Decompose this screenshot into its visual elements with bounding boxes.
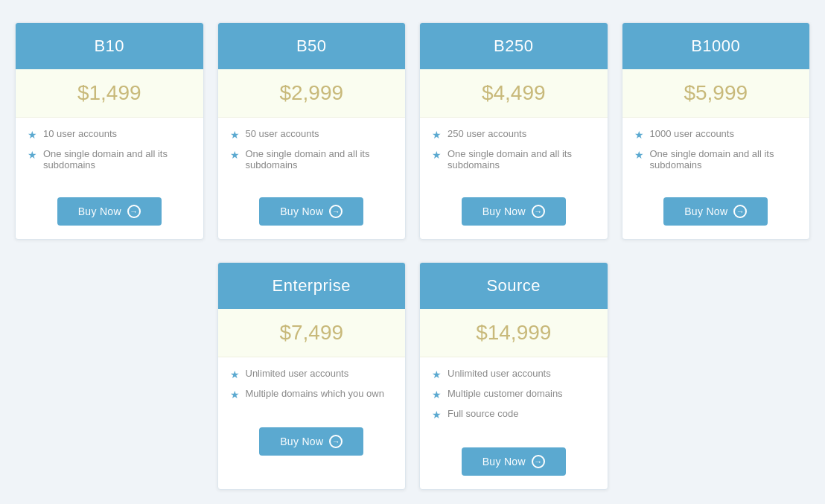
plan-features-b250: ★250 user accounts★One single domain and… xyxy=(420,118,608,188)
buy-now-button-b10[interactable]: Buy Now→ xyxy=(57,197,162,226)
top-pricing-grid: B10$1,499★10 user accounts★One single do… xyxy=(15,22,810,240)
feature-text-b1000-1: One single domain and all its subdomains xyxy=(650,148,798,170)
plan-features-source: ★Unlimited user accounts★Multiple custom… xyxy=(420,357,608,438)
feature-text-b1000-0: 1000 user accounts xyxy=(650,128,734,139)
buy-button-label: Buy Now xyxy=(280,205,323,217)
plan-price-source: $14,999 xyxy=(420,309,608,357)
list-item: ★One single domain and all its subdomain… xyxy=(230,148,394,170)
star-icon: ★ xyxy=(28,149,37,161)
plan-card-source: Source$14,999★Unlimited user accounts★Mu… xyxy=(419,262,608,490)
arrow-circle-icon: → xyxy=(329,435,343,448)
list-item: ★1000 user accounts xyxy=(634,128,798,141)
buy-button-label: Buy Now xyxy=(78,205,121,217)
star-icon: ★ xyxy=(28,129,37,141)
feature-text-b10-0: 10 user accounts xyxy=(43,128,117,139)
plan-price-b50: $2,999 xyxy=(218,69,406,118)
buy-now-button-b250[interactable]: Buy Now→ xyxy=(462,197,566,226)
bottom-pricing-grid: Enterprise$7,499★Unlimited user accounts… xyxy=(15,262,810,490)
plan-name-b250: B250 xyxy=(420,23,608,69)
feature-text-b50-0: 50 user accounts xyxy=(246,128,319,139)
buy-now-button-b1000[interactable]: Buy Now→ xyxy=(663,197,768,226)
list-item: ★10 user accounts xyxy=(28,128,191,141)
plan-footer-source: Buy Now→ xyxy=(420,438,608,489)
feature-text-b10-1: One single domain and all its subdomains xyxy=(43,148,191,170)
plan-card-b10: B10$1,499★10 user accounts★One single do… xyxy=(15,22,204,240)
buy-now-button-enterprise[interactable]: Buy Now→ xyxy=(259,427,363,456)
plan-footer-b1000: Buy Now→ xyxy=(622,188,810,239)
arrow-circle-icon: → xyxy=(127,205,141,218)
list-item: ★Full source code xyxy=(432,408,596,421)
plan-footer-b250: Buy Now→ xyxy=(420,188,608,239)
list-item: ★250 user accounts xyxy=(432,128,596,141)
plan-footer-b10: Buy Now→ xyxy=(16,188,203,239)
arrow-circle-icon: → xyxy=(532,205,545,218)
plan-name-b50: B50 xyxy=(218,23,406,69)
list-item: ★50 user accounts xyxy=(230,128,394,141)
plan-card-b50: B50$2,999★50 user accounts★One single do… xyxy=(217,22,407,240)
feature-text-source-2: Full source code xyxy=(447,408,518,419)
star-icon: ★ xyxy=(432,409,442,421)
list-item: ★One single domain and all its subdomain… xyxy=(634,148,798,170)
plan-features-b1000: ★1000 user accounts★One single domain an… xyxy=(622,118,810,188)
buy-button-label: Buy Now xyxy=(482,456,526,468)
star-icon: ★ xyxy=(230,129,240,141)
star-icon: ★ xyxy=(432,129,442,141)
spacer-right xyxy=(622,262,811,490)
buy-button-label: Buy Now xyxy=(280,436,323,447)
list-item: ★Unlimited user accounts xyxy=(432,368,596,380)
feature-text-b50-1: One single domain and all its subdomains xyxy=(246,148,394,170)
plan-name-source: Source xyxy=(420,263,608,309)
star-icon: ★ xyxy=(230,389,240,401)
buy-now-button-b50[interactable]: Buy Now→ xyxy=(259,197,363,226)
plan-footer-b50: Buy Now→ xyxy=(218,188,406,239)
buy-button-label: Buy Now xyxy=(684,205,727,217)
star-icon: ★ xyxy=(634,149,644,161)
list-item: ★One single domain and all its subdomain… xyxy=(28,148,191,170)
plan-card-b250: B250$4,499★250 user accounts★One single … xyxy=(419,22,608,240)
plan-features-b10: ★10 user accounts★One single domain and … xyxy=(16,118,203,188)
plan-price-enterprise: $7,499 xyxy=(218,309,406,357)
list-item: ★Multiple customer domains xyxy=(432,388,596,401)
plan-price-b250: $4,499 xyxy=(420,69,608,118)
star-icon: ★ xyxy=(230,149,240,161)
feature-text-b250-1: One single domain and all its subdomains xyxy=(447,148,596,170)
star-icon: ★ xyxy=(432,149,442,161)
feature-text-b250-0: 250 user accounts xyxy=(447,128,526,139)
arrow-circle-icon: → xyxy=(329,205,343,218)
arrow-circle-icon: → xyxy=(532,455,545,468)
feature-text-source-1: Multiple customer domains xyxy=(447,388,563,399)
plan-card-b1000: B1000$5,999★1000 user accounts★One singl… xyxy=(622,22,811,240)
plan-features-b50: ★50 user accounts★One single domain and … xyxy=(218,118,406,188)
plan-name-b1000: B1000 xyxy=(622,23,810,69)
spacer-left xyxy=(15,262,204,490)
plan-price-b10: $1,499 xyxy=(16,69,203,118)
feature-text-source-0: Unlimited user accounts xyxy=(447,368,551,379)
arrow-circle-icon: → xyxy=(733,205,747,218)
buy-button-label: Buy Now xyxy=(482,205,526,217)
star-icon: ★ xyxy=(432,369,442,380)
plan-features-enterprise: ★Unlimited user accounts★Multiple domain… xyxy=(218,357,406,418)
list-item: ★Multiple domains which you own xyxy=(230,388,394,401)
plan-name-enterprise: Enterprise xyxy=(218,263,406,309)
star-icon: ★ xyxy=(230,369,240,380)
list-item: ★Unlimited user accounts xyxy=(230,368,394,380)
feature-text-enterprise-1: Multiple domains which you own xyxy=(246,388,384,399)
buy-now-button-source[interactable]: Buy Now→ xyxy=(462,447,566,476)
list-item: ★One single domain and all its subdomain… xyxy=(432,148,596,170)
star-icon: ★ xyxy=(634,129,644,141)
feature-text-enterprise-0: Unlimited user accounts xyxy=(246,368,349,379)
plan-footer-enterprise: Buy Now→ xyxy=(218,418,406,469)
plan-name-b10: B10 xyxy=(16,23,203,69)
plan-card-enterprise: Enterprise$7,499★Unlimited user accounts… xyxy=(217,262,407,490)
star-icon: ★ xyxy=(432,389,442,401)
plan-price-b1000: $5,999 xyxy=(622,69,810,118)
